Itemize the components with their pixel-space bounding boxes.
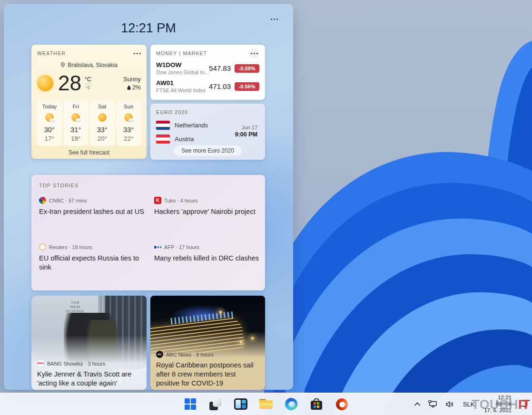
notification-center-button[interactable] [518, 395, 529, 413]
market-row-aw01[interactable]: AW01 FTSE All World Index 471.03 -0.56% [156, 79, 259, 93]
story-headline[interactable]: EU official expects Russia ties to sink [39, 254, 146, 272]
start-icon [185, 398, 196, 410]
start-button[interactable] [181, 395, 199, 414]
market-title: MONEY | MARKET [156, 50, 207, 56]
story-item[interactable]: CNBC · 57 mins Ex-Iran president lashes … [39, 197, 146, 216]
edge-icon [285, 398, 297, 410]
forecast-day-sun[interactable]: Sun 33° 22° [117, 101, 141, 146]
bang-showbiz-logo-icon: BANG [37, 360, 44, 367]
market-row-w1dow[interactable]: W1DOW Dow Jones Global In... 547.83 -0.5… [156, 61, 259, 75]
office-icon [336, 398, 348, 410]
news-card-cruise[interactable]: abc ABC News · 9 hours Royal Caribbean p… [150, 296, 265, 390]
network-icon [428, 400, 438, 408]
file-explorer-icon [259, 399, 273, 410]
see-more-euro-button[interactable]: See more Euro 2020 [174, 145, 242, 156]
market-more-options-button[interactable] [249, 48, 259, 58]
desktop: 12:21 PM WEATHER Bratislava, Slovakia 28 [0, 0, 532, 415]
money-market-widget[interactable]: MONEY | MARKET W1DOW Dow Jones Global In… [150, 45, 265, 100]
precipitation-chance: 2% [132, 84, 141, 91]
clock-and-date[interactable]: 12:21 štvrtok 17. 6. 2021 [482, 395, 513, 413]
sun-icon [37, 75, 53, 91]
sun-cloud-icon [71, 113, 80, 122]
sun-cloud-icon [45, 113, 54, 122]
tray-date: 17. 6. 2021 [484, 407, 512, 414]
unit-toggle[interactable]: °C °F [84, 76, 92, 91]
austria-flag-icon [156, 135, 170, 144]
story-headline[interactable]: Many rebels killed in DRC clashes [154, 254, 261, 263]
news-card-kylie[interactable]: THE NEW SCHOOL BANG BANG Showbiz · 3 hou… [31, 296, 147, 390]
reuters-logo-icon [39, 243, 46, 251]
abc-news-logo-icon: abc [156, 351, 163, 358]
panel-clock: 12:21 PM [4, 21, 293, 36]
tray-time: 12:21 [484, 395, 512, 401]
file-explorer-button[interactable] [257, 395, 275, 414]
widgets-icon [234, 398, 247, 410]
widgets-button[interactable] [232, 395, 250, 414]
story-item[interactable]: AFP · 17 hours Many rebels killed in DRC… [154, 243, 261, 263]
office-button[interactable] [333, 395, 351, 414]
taskbar: SLK 12:21 štvrtok 17. 6. 2021 [0, 393, 532, 415]
news-headline[interactable]: Kylie Jenner & Travis Scott are 'acting … [37, 370, 142, 388]
see-full-forecast-button[interactable]: See full forecast [31, 146, 147, 159]
news-headline[interactable]: Royal Caribbean postpones sail after 8 c… [156, 361, 260, 388]
top-stories-title: TOP STORIES [39, 183, 79, 188]
volume-icon [445, 401, 454, 408]
story-item[interactable]: K Tuko · 4 hours Hackers 'approve' Nairo… [154, 197, 261, 216]
task-view-button[interactable] [207, 395, 225, 414]
story-headline[interactable]: Ex-Iran president lashes out at US [39, 207, 146, 216]
chevron-up-icon [414, 402, 421, 406]
tray-weekday: štvrtok [484, 401, 512, 407]
match-datetime: Jun 17 9:00 PM [235, 125, 257, 138]
microsoft-store-button[interactable] [307, 395, 325, 414]
euro-2020-widget[interactable]: EURO 2020 Netherlands Austria Jun 17 9:0… [150, 104, 265, 160]
microsoft-store-icon [311, 398, 322, 410]
notification-icon [520, 400, 528, 408]
forecast-day-today[interactable]: Today 30° 17° [37, 101, 62, 146]
cnbc-logo-icon [39, 197, 46, 204]
celsius-label[interactable]: °C [85, 76, 92, 83]
story-item[interactable]: Reuters · 18 hours EU official expects R… [39, 243, 146, 272]
weather-widget[interactable]: WEATHER Bratislava, Slovakia 28 °C °F [31, 45, 147, 159]
story-headline[interactable]: Hackers 'approve' Nairobi project [154, 207, 261, 216]
netherlands-flag-icon [156, 121, 170, 130]
sun-cloud-icon [124, 113, 133, 122]
afp-logo-icon [154, 243, 161, 251]
change-badge: -0.56% [235, 82, 259, 91]
network-button[interactable] [427, 395, 439, 413]
weather-location[interactable]: Bratislava, Slovakia [37, 62, 141, 68]
weather-condition: Sunny [123, 76, 141, 83]
weather-more-options-button[interactable] [134, 53, 141, 54]
sun-icon [98, 113, 107, 122]
edge-button[interactable] [282, 395, 300, 414]
forecast-day-fri[interactable]: Fri 31° 19° [64, 101, 89, 146]
fahrenheit-label[interactable]: °F [85, 85, 90, 91]
change-badge: -0.59% [235, 64, 259, 73]
droplet-icon [127, 85, 131, 90]
tuko-logo-icon: K [154, 197, 161, 204]
panel-more-options-button[interactable] [267, 15, 281, 23]
volume-button[interactable] [444, 395, 455, 413]
top-stories-widget: TOP STORIES CNBC · 57 mins Ex-Iran presi… [31, 175, 265, 290]
euro-title: EURO 2020 [156, 109, 188, 115]
weather-title: WEATHER [37, 50, 66, 56]
language-indicator[interactable]: SLK [460, 395, 478, 413]
show-hidden-icons-button[interactable] [413, 395, 422, 413]
current-temperature: 28 [58, 71, 81, 95]
location-pin-icon [60, 62, 65, 68]
forecast-day-sat[interactable]: Sat 33° 20° [90, 101, 115, 146]
task-view-icon [209, 398, 222, 410]
widgets-panel: 12:21 PM WEATHER Bratislava, Slovakia 28 [4, 4, 293, 390]
